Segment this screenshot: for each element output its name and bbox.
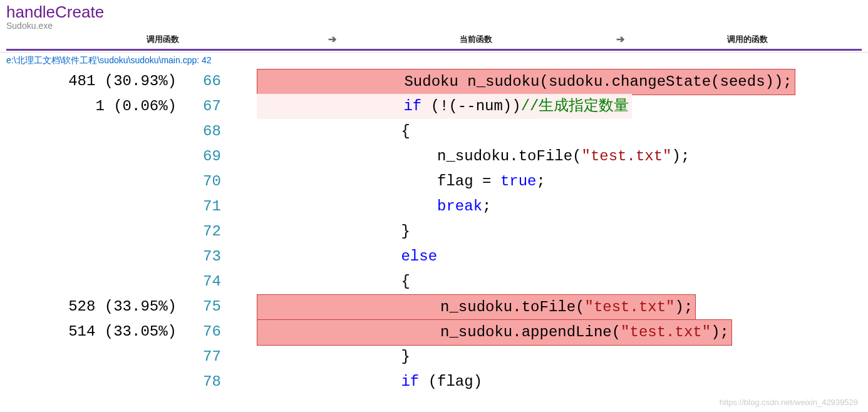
line-number: 67	[188, 94, 238, 119]
arrow-right-icon: ➔	[319, 33, 344, 45]
code-row[interactable]: 72 }	[0, 219, 868, 244]
profiler-header: handleCreate Sudoku.exe 调用函数 ➔ 当前函数 ➔ 调用…	[0, 0, 868, 53]
code-cell: if (flag)	[238, 369, 868, 394]
metric-cell	[0, 344, 188, 369]
line-number: 70	[188, 169, 238, 194]
code-row[interactable]: 1 (0.06%)67 if (!(--num))//生成指定数量	[0, 94, 868, 119]
line-number: 76	[188, 319, 238, 344]
module-name: Sudoku.exe	[6, 21, 862, 31]
code-cell: break;	[238, 194, 868, 219]
metric-cell	[0, 144, 188, 169]
code-cell: Sudoku n_sudoku(sudoku.changeState(seeds…	[238, 69, 868, 94]
metric-cell	[0, 244, 188, 269]
code-cell: flag = true;	[238, 169, 868, 194]
column-headers-row: 调用函数 ➔ 当前函数 ➔ 调用的函数	[6, 31, 862, 51]
code-cell: n_sudoku.toFile("test.txt");	[238, 294, 868, 319]
line-number: 73	[188, 244, 238, 269]
metric-cell	[0, 219, 188, 244]
code-row[interactable]: 70 flag = true;	[0, 169, 868, 194]
code-cell: n_sudoku.appendLine("test.txt");	[238, 319, 868, 344]
metric-cell	[0, 119, 188, 144]
metric-cell	[0, 369, 188, 394]
arrow-right-icon: ➔	[607, 33, 633, 45]
code-cell: }	[238, 344, 868, 369]
metric-cell: 481 (30.93%)	[0, 69, 188, 94]
code-row[interactable]: 69 n_sudoku.toFile("test.txt");	[0, 144, 868, 169]
metric-cell	[0, 269, 188, 294]
metric-cell: 528 (33.95%)	[0, 294, 188, 319]
line-number: 68	[188, 119, 238, 144]
file-path-link[interactable]: e:\北理工文档\软件工程\sudoku\sudoku\main.cpp: 42	[0, 53, 868, 69]
column-called: 调用的函数	[633, 34, 862, 45]
line-number: 75	[188, 294, 238, 319]
column-calling: 调用函数	[6, 34, 319, 45]
code-row[interactable]: 68 {	[0, 119, 868, 144]
code-cell: {	[238, 269, 868, 294]
code-row[interactable]: 481 (30.93%)66 Sudoku n_sudoku(sudoku.ch…	[0, 69, 868, 94]
line-number: 74	[188, 269, 238, 294]
metric-cell: 1 (0.06%)	[0, 94, 188, 119]
column-current: 当前函数	[344, 34, 607, 45]
code-cell: }	[238, 219, 868, 244]
code-cell: {	[238, 119, 868, 144]
line-number: 78	[188, 369, 238, 394]
code-row[interactable]: 73 else	[0, 244, 868, 269]
line-number: 77	[188, 344, 238, 369]
code-row[interactable]: 71 break;	[0, 194, 868, 219]
watermark-text: https://blog.csdn.net/weixin_42939529	[720, 398, 858, 407]
line-number: 71	[188, 194, 238, 219]
line-number: 69	[188, 144, 238, 169]
metric-cell	[0, 194, 188, 219]
code-listing: 481 (30.93%)66 Sudoku n_sudoku(sudoku.ch…	[0, 69, 868, 394]
code-cell: else	[238, 244, 868, 269]
metric-cell: 514 (33.05%)	[0, 319, 188, 344]
code-row[interactable]: 77 }	[0, 344, 868, 369]
code-cell: if (!(--num))//生成指定数量	[238, 94, 868, 119]
function-name: handleCreate	[6, 3, 862, 22]
code-cell: n_sudoku.toFile("test.txt");	[238, 144, 868, 169]
code-row[interactable]: 514 (33.05%)76 n_sudoku.appendLine("test…	[0, 319, 868, 344]
code-row[interactable]: 78 if (flag)	[0, 369, 868, 394]
line-number: 72	[188, 219, 238, 244]
code-row[interactable]: 528 (33.95%)75 n_sudoku.toFile("test.txt…	[0, 294, 868, 319]
line-number: 66	[188, 69, 238, 94]
code-row[interactable]: 74 {	[0, 269, 868, 294]
metric-cell	[0, 169, 188, 194]
